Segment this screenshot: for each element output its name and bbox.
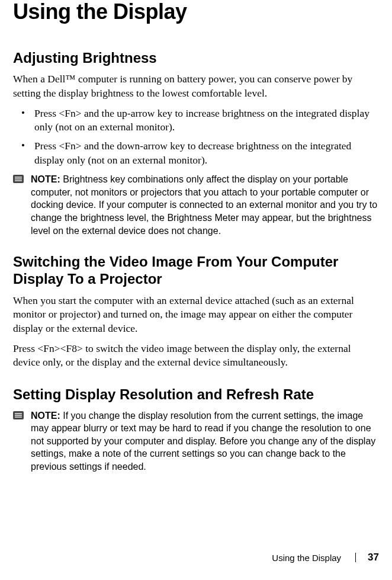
footer: Using the Display 37 xyxy=(272,552,379,563)
note-body: Brightness key combinations only affect … xyxy=(31,174,377,235)
heading-switching-video: Switching the Video Image From Your Comp… xyxy=(13,254,379,288)
footer-page-number: 37 xyxy=(368,552,379,563)
footer-section-title: Using the Display xyxy=(272,553,341,563)
footer-separator xyxy=(355,553,356,562)
page-title: Using the Display xyxy=(13,0,379,24)
note-icon xyxy=(13,411,24,419)
list-item: Press <Fn> and the up-arrow key to incre… xyxy=(13,107,379,134)
heading-setting-resolution: Setting Display Resolution and Refresh R… xyxy=(13,386,379,403)
note-block: NOTE: Brightness key combinations only a… xyxy=(13,173,379,237)
note-label: NOTE: xyxy=(31,411,60,421)
note-body: If you change the display resolution fro… xyxy=(31,411,375,472)
body-text: When you start the computer with an exte… xyxy=(13,294,379,336)
note-label: NOTE: xyxy=(31,174,60,184)
body-text: Press <Fn><F8> to switch the video image… xyxy=(13,342,379,370)
note-block: NOTE: If you change the display resoluti… xyxy=(13,409,379,473)
note-text: NOTE: Brightness key combinations only a… xyxy=(30,173,379,237)
note-icon xyxy=(13,175,24,183)
bullet-list: Press <Fn> and the up-arrow key to incre… xyxy=(13,107,379,168)
list-item: Press <Fn> and the down-arrow key to dec… xyxy=(13,139,379,167)
body-text: When a Dell™ computer is running on batt… xyxy=(13,72,379,100)
note-text: NOTE: If you change the display resoluti… xyxy=(30,409,379,473)
heading-adjusting-brightness: Adjusting Brightness xyxy=(13,50,379,67)
